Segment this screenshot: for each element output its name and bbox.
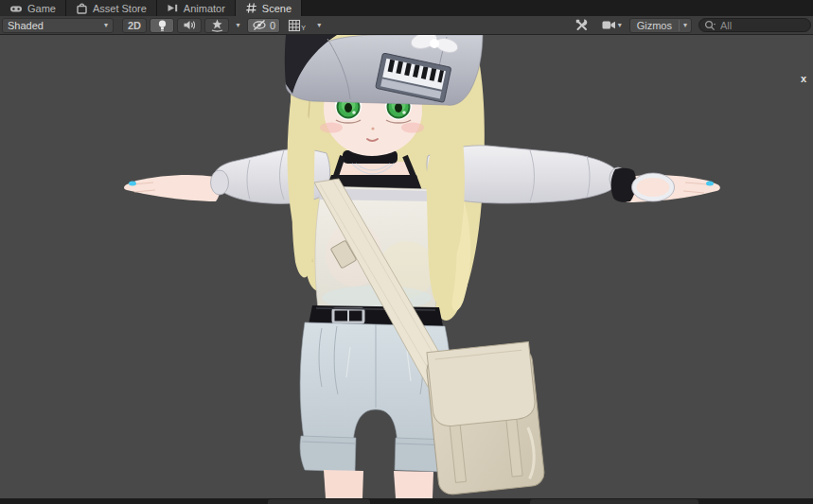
- character-model[interactable]: [0, 35, 813, 498]
- animator-icon: [167, 2, 179, 14]
- tab-scene[interactable]: Scene: [236, 0, 302, 16]
- shopping-bag-icon: [76, 2, 88, 14]
- tab-label: Game: [27, 3, 56, 14]
- bottom-tab[interactable]: [530, 499, 698, 504]
- grid-visibility-button[interactable]: Y: [283, 18, 310, 33]
- gamepad-icon: [9, 2, 23, 15]
- audio-toggle[interactable]: [177, 18, 202, 33]
- view-tab-bar: Game Asset Store Animator Scene: [0, 0, 813, 16]
- character-bag: [425, 341, 545, 495]
- chevron-down-icon: ▾: [317, 22, 321, 29]
- 2d-mode-toggle[interactable]: 2D: [122, 18, 147, 33]
- nail-polish: [706, 182, 714, 186]
- tab-label: Animator: [184, 3, 225, 14]
- gizmos-dropdown[interactable]: Gizmos ▾: [629, 18, 692, 33]
- hidden-count: 0: [270, 20, 275, 31]
- shading-mode-label: Shaded: [8, 20, 44, 31]
- bottom-panel-edge: [0, 498, 813, 504]
- editor-tools-button[interactable]: [570, 18, 594, 33]
- bottom-tab[interactable]: [268, 499, 370, 504]
- lightbulb-icon: [156, 19, 168, 32]
- scene-lighting-toggle[interactable]: [150, 18, 174, 33]
- chevron-down-icon: ▾: [618, 22, 622, 29]
- camera-settings-button[interactable]: ▾: [597, 18, 627, 33]
- axis-x-marker[interactable]: x: [801, 73, 806, 84]
- unity-editor-window: Game Asset Store Animator Scene Shaded ▾: [0, 0, 813, 504]
- 2d-label: 2D: [128, 20, 141, 31]
- tab-game[interactable]: Game: [0, 0, 66, 16]
- chevron-down-icon: ▾: [236, 22, 239, 29]
- scene-search-field[interactable]: [698, 18, 811, 32]
- speaker-icon: [183, 19, 197, 31]
- tab-label: Scene: [262, 3, 292, 14]
- effects-star-icon: [210, 19, 224, 32]
- hidden-objects-toggle[interactable]: 0: [247, 18, 280, 33]
- grid-icon: [288, 19, 301, 32]
- chevron-down-icon: ▾: [104, 22, 108, 29]
- shading-mode-dropdown[interactable]: Shaded ▾: [2, 18, 114, 33]
- search-icon[interactable]: [704, 20, 716, 31]
- tab-label: Asset Store: [93, 3, 147, 14]
- nail-polish: [129, 182, 136, 186]
- scene-view[interactable]: x: [0, 35, 813, 498]
- scene-toolbar: Shaded ▾ 2D ▾ 0: [0, 16, 813, 35]
- effects-toggle[interactable]: [204, 18, 229, 33]
- blush: [320, 123, 343, 133]
- grid-hash-icon: [245, 2, 257, 14]
- crossed-tools-icon: [574, 18, 590, 32]
- eye-slash-icon: [252, 19, 267, 31]
- search-input[interactable]: [716, 20, 805, 31]
- gizmos-label: Gizmos: [630, 20, 679, 31]
- character-legs: [324, 470, 433, 498]
- chevron-down-icon: ▾: [680, 22, 691, 29]
- grid-options-dropdown[interactable]: ▾: [313, 18, 326, 33]
- tab-asset-store[interactable]: Asset Store: [66, 0, 157, 16]
- character-cap: [285, 35, 483, 105]
- camera-icon: [602, 20, 616, 30]
- character-right-arm: [427, 146, 720, 203]
- effects-options-dropdown[interactable]: ▾: [232, 18, 244, 33]
- nose: [371, 127, 374, 130]
- tab-animator[interactable]: Animator: [157, 0, 236, 16]
- grid-axis-label: Y: [301, 25, 306, 31]
- blush: [401, 123, 424, 133]
